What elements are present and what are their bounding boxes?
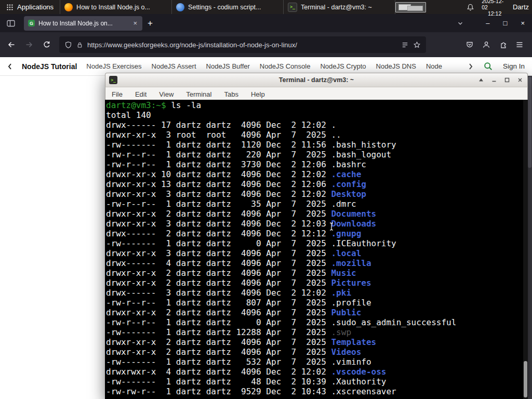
clock[interactable]: 2025-12-02 12:12 [482,0,508,17]
workspace-switcher[interactable] [395,2,426,12]
bookmark-star-icon[interactable] [413,41,421,49]
nav-chevron-left-icon[interactable] [7,63,12,70]
gfg-nav-item[interactable]: NodeJS DNS [376,62,416,70]
taskbar-item-label: Terminal - dartz@vm3: ~ [301,4,372,11]
terminal-menu-tabs[interactable]: Tabs [224,90,238,98]
forward-button[interactable] [22,37,36,52]
terminal-line: -rw-r--r-- 1 dartz dartz 807 Apr 7 2025 … [106,298,528,308]
terminal-line: drwx------ 17 dartz dartz 4096 Dec 2 12:… [106,120,528,130]
url-bar[interactable]: https://www.geeksforgeeks.org/node-js/in… [59,36,426,53]
list-all-tabs-button[interactable] [457,20,464,27]
terminal-line: drwxr-xr-x 2 dartz dartz 4096 Apr 7 2025… [106,308,528,317]
taskbar-item[interactable]: >_Terminal - dartz@vm3: ~ [284,0,395,14]
ls-filename: .bash_logout [331,150,391,159]
ls-columns: drwx------ 17 dartz dartz 4096 Dec 2 12:… [106,120,331,130]
window-close-button[interactable]: × [521,19,525,27]
tab-strip: G How to Install Node.js on... × + – □ × [0,14,532,32]
new-tab-button[interactable]: + [142,17,158,30]
terminal-close-button[interactable] [517,77,523,83]
menu-icon[interactable] [515,41,524,49]
terminal-maximize-button[interactable] [504,77,510,83]
ls-columns: -rw------- 1 dartz dartz 12288 Apr 7 202… [106,327,331,337]
search-icon[interactable] [484,62,493,71]
reload-button[interactable] [39,37,54,52]
gfg-nav-item[interactable]: NodeJS Assert [152,62,196,70]
taskbar-item[interactable]: How to Install Node.js o... [60,0,172,14]
gfg-nav-item[interactable]: NodeJS Exercises [86,62,141,70]
ls-filename: . [331,120,336,130]
extensions-icon[interactable] [499,41,507,49]
gfg-nav-item[interactable]: NodeJS Console [260,62,311,70]
window-minimize-button[interactable]: – [486,19,489,27]
gfg-nav-item[interactable]: NodeJS Buffer [206,62,250,70]
terminal-line: drwx------ 3 dartz dartz 4096 Dec 2 12:0… [106,288,528,298]
ls-columns: -rw-r--r-- 1 dartz dartz 807 Apr 7 2025 [106,298,331,308]
account-icon[interactable] [482,41,490,49]
ls-columns: drwxr-xr-x 3 dartz dartz 4096 Apr 7 2025 [106,248,331,258]
terminal-titlebar[interactable]: >_ Terminal - dartz@vm3: ~ [105,73,528,87]
nav-chevron-right-icon[interactable] [468,63,473,70]
terminal-line: total 140 [106,110,528,120]
ls-filename: .pki [331,288,351,298]
terminal-window-controls [478,73,523,87]
notifications-icon[interactable] [467,3,474,11]
terminal-menu-edit[interactable]: Edit [135,90,147,98]
terminal-shade-button[interactable] [478,77,484,83]
ls-filename: .bash_history [331,140,396,150]
gfg-nav-item[interactable]: Node [426,62,442,70]
ls-filename: .bashrc [331,159,366,169]
ls-filename: .ICEauthority [331,238,396,248]
ls-filename: .vscode-oss [331,367,386,377]
back-icon [7,41,16,49]
terminal-line: drwx------ 4 dartz dartz 4096 Apr 7 2025… [106,258,528,268]
back-button[interactable] [4,37,19,52]
page-scrollbar-thumb[interactable] [528,77,531,168]
tracking-protection-shield-icon [64,41,72,49]
taskbar-item-label: How to Install Node.js o... [76,4,150,11]
applications-icon [6,4,14,11]
applications-menu-button[interactable]: Applications [0,0,60,14]
terminal-line: drwxr-xr-x 3 dartz dartz 4096 Dec 2 12:0… [106,189,528,199]
terminal-scrollbar[interactable] [523,100,528,399]
sign-in-button[interactable]: Sign In [503,62,525,70]
pocket-icon[interactable] [466,41,474,49]
gfg-nav-items: NodeJS ExercisesNodeJS AssertNodeJS Buff… [86,62,442,70]
terminal-menu-file[interactable]: File [112,90,123,98]
reader-view-icon[interactable] [401,41,409,49]
ls-filename: .cache [331,169,361,179]
terminal-line: -rw------- 1 dartz dartz 48 Dec 2 10:39 … [106,377,528,387]
terminal-menu-help[interactable]: Help [251,90,265,98]
ls-filename: .sudo_as_admin_successful [331,317,456,327]
ls-filename: .Xauthority [331,377,386,387]
window-maximize-button[interactable]: □ [503,19,508,27]
terminal-line: -rw-r--r-- 1 dartz dartz 3730 Dec 2 12:0… [106,159,528,169]
gfg-nav-item[interactable]: NodeJS Crypto [320,62,366,70]
terminal-line: -rw-rw-r-- 1 dartz dartz 9529 Dec 2 10:4… [106,387,528,396]
geeksforgeeks-favicon: G [28,20,35,26]
ls-columns: drwx------ 3 dartz dartz 4096 Dec 2 12:0… [106,288,331,298]
forward-icon [25,41,33,49]
firefox-view-button[interactable] [4,17,18,30]
ls-filename: .. [331,130,341,140]
gfg-nav-active[interactable]: NodeJS Tutorial [22,62,77,71]
navigation-toolbar: https://www.geeksforgeeks.org/node-js/in… [0,32,532,57]
terminal-line: -rw------- 1 dartz dartz 532 Apr 7 2025 … [106,357,528,367]
browser-tab[interactable]: G How to Install Node.js on... × [24,16,142,31]
terminal-menu-terminal[interactable]: Terminal [186,90,211,98]
terminal-line: drwxr-xr-x 2 dartz dartz 4096 Apr 7 2025… [106,209,528,219]
panel-date: 2025-12-02 [482,0,508,10]
terminal-icon: >_ [288,3,297,12]
terminal-line: drwxr-xr-x 10 dartz dartz 4096 Dec 2 12:… [106,169,528,179]
terminal-line: drwxrwxr-x 4 dartz dartz 4096 Dec 2 12:0… [106,367,528,377]
lock-icon [76,41,83,49]
terminal-screen[interactable]: dartz@vm3:~$ ls -latotal 140drwx------ 1… [105,100,528,399]
page-scrollbar[interactable] [527,76,532,399]
terminal-minimize-button[interactable] [491,77,497,83]
terminal-menu-view[interactable]: View [159,90,174,98]
ls-columns: -rw-r--r-- 1 dartz dartz 220 Apr 7 2025 [106,150,331,159]
tab-close-icon[interactable]: × [132,19,138,27]
terminal-menubar: FileEditViewTerminalTabsHelp [105,87,528,101]
terminal-line: drwxr-xr-x 3 root root 4096 Apr 7 2025 .… [106,130,528,140]
taskbar-item[interactable]: Settings - codium script... [172,0,284,14]
terminal-scrollbar-thumb[interactable] [524,361,527,397]
